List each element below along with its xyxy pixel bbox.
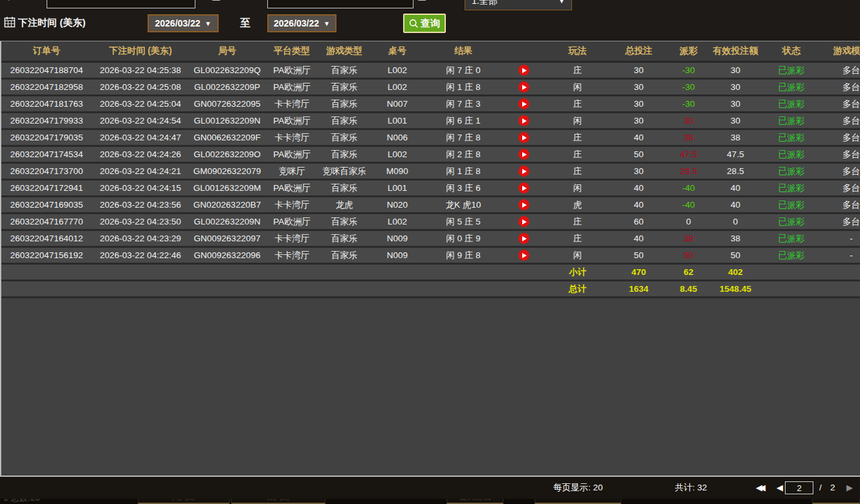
cell-time: 2026-03-22 04:24:21 <box>92 164 189 181</box>
cell-platform: 卡卡湾厅 <box>265 130 318 147</box>
table-row: 2603220471640122026-03-22 04:23:29GN0092… <box>1 231 860 248</box>
cell-empty <box>1 281 92 298</box>
filter-bar: ◇ 订单号 ▤ 局号 ▤ 平台类型 1.全部 ▼ 下注时间 (美东) 2026/… <box>0 0 860 40</box>
cell-valid: 30 <box>709 96 762 113</box>
play-video-button[interactable] <box>518 98 529 109</box>
cell-order: 260322047174534 <box>1 147 92 164</box>
cell-order: 260322047179933 <box>1 113 92 130</box>
play-video-button[interactable] <box>518 149 529 160</box>
play-video-button[interactable] <box>518 182 529 193</box>
page-number-input[interactable] <box>785 481 813 494</box>
cell-time: 2026-03-22 04:24:26 <box>92 147 189 164</box>
cell-empty <box>424 265 502 281</box>
cell-empty <box>189 265 265 281</box>
table-row: 2603220471729412026-03-22 04:24:15GL0012… <box>1 181 860 197</box>
cell-round: GN00926322097 <box>189 231 265 248</box>
cell-result: 闲 5 庄 5 <box>424 214 502 231</box>
cell-time: 2026-03-22 04:23:50 <box>92 214 189 231</box>
total-pages-label: 2 <box>830 477 835 499</box>
cell-order: 260322047181763 <box>1 96 92 113</box>
cell-platform: 竞咪厅 <box>265 164 318 181</box>
cell-status: 已派彩 <box>762 214 821 231</box>
table-row: 2603220471677702026-03-22 04:23:50GL0022… <box>1 214 860 231</box>
play-video-button[interactable] <box>518 115 529 126</box>
cell-result: 闲 7 庄 0 <box>424 63 502 80</box>
play-video-button[interactable] <box>518 199 529 210</box>
play-video-button[interactable] <box>518 65 529 76</box>
play-icon <box>522 85 527 90</box>
cell-empty <box>318 265 370 281</box>
cell-time: 2026-03-22 04:24:15 <box>92 181 189 197</box>
cell-status: 已派彩 <box>762 248 821 265</box>
cell-bet: 庄 <box>546 214 610 231</box>
cell-payout: 47.5 <box>668 147 709 164</box>
banker-roadmap-button[interactable]: 庄问路 <box>231 499 325 504</box>
play-video-button[interactable] <box>518 216 529 227</box>
round-no-label: 局号 <box>224 0 243 1</box>
play-video-button[interactable] <box>518 132 529 143</box>
list-icon: ▤ <box>417 0 426 2</box>
play-icon <box>522 169 527 174</box>
cell-payout: 50 <box>668 248 709 265</box>
cell-status: 已派彩 <box>762 181 821 197</box>
pagination-bar: 每页显示: 20 共计: 32 ◀◀ ◀ / 2 ▶ <box>0 477 860 499</box>
play-video-button[interactable] <box>518 166 529 177</box>
play-video-button[interactable] <box>518 233 529 244</box>
enter-game-button[interactable]: 进入游戏 <box>447 499 503 504</box>
cell-total: 30 <box>610 164 668 181</box>
date-from-select[interactable]: 2026/03/22 ▼ <box>148 14 219 32</box>
cell-play <box>502 164 546 181</box>
cell-empty <box>370 265 424 281</box>
cell-payout: -40 <box>668 181 709 197</box>
page-separator: / <box>819 477 822 499</box>
cell-game: 百家乐 <box>318 113 370 130</box>
platform-type-select[interactable]: 1.全部 ▼ <box>465 0 572 10</box>
play-icon <box>522 253 527 258</box>
cell-table: L001 <box>370 181 424 197</box>
subtotal-row-payout: 62 <box>668 265 709 281</box>
cell-status: 已派彩 <box>762 147 821 164</box>
next-page-button[interactable]: ▶ <box>846 477 853 499</box>
column-header: 玩法 <box>546 41 610 63</box>
cell-empty <box>502 265 546 281</box>
cell-play <box>502 181 546 197</box>
cell-table: L002 <box>370 80 424 96</box>
play-video-button[interactable] <box>518 250 529 261</box>
search-button[interactable]: 查询 <box>403 14 446 33</box>
cell-game: 百家乐 <box>318 63 370 80</box>
player-roadmap-button[interactable]: 闲问路 <box>138 499 230 504</box>
cell-payout: -30 <box>668 63 709 80</box>
cell-total: 40 <box>610 130 668 147</box>
cell-empty <box>762 265 821 281</box>
column-header: 派彩 <box>668 41 709 63</box>
cell-valid: 40 <box>709 181 762 197</box>
order-no-input[interactable] <box>47 0 195 8</box>
cell-mode: 多台 <box>821 164 860 181</box>
cell-play <box>502 63 546 80</box>
cell-order: 260322047182958 <box>1 80 92 96</box>
first-page-button[interactable]: ◀◀ <box>756 477 762 499</box>
round-no-input[interactable] <box>267 0 413 8</box>
column-header: 状态 <box>762 41 821 63</box>
total-count-label: 共计: 32 <box>675 477 707 499</box>
cell-payout: 28.5 <box>668 164 709 181</box>
cell-round: GL0012632209M <box>189 181 265 197</box>
calendar-icon <box>4 16 16 28</box>
cell-table: N009 <box>370 231 424 248</box>
cell-bet: 闲 <box>546 80 610 96</box>
cell-valid: 50 <box>709 248 762 265</box>
cell-valid: 38 <box>709 231 762 248</box>
cell-empty <box>265 281 318 298</box>
cell-game: 龙虎 <box>318 197 370 214</box>
play-video-button[interactable] <box>518 82 529 93</box>
cell-total: 40 <box>610 197 668 214</box>
play-icon <box>522 186 527 191</box>
cell-total: 30 <box>610 63 668 80</box>
date-to-select[interactable]: 2026/03/22 ▼ <box>267 14 336 32</box>
play-icon <box>522 135 527 140</box>
cell-status: 已派彩 <box>762 80 821 96</box>
list-icon: ▤ <box>212 0 221 2</box>
cell-mode: - <box>821 231 860 248</box>
previous-page-button[interactable]: ◀ <box>777 477 783 499</box>
chevron-down-icon: ▼ <box>324 20 330 27</box>
